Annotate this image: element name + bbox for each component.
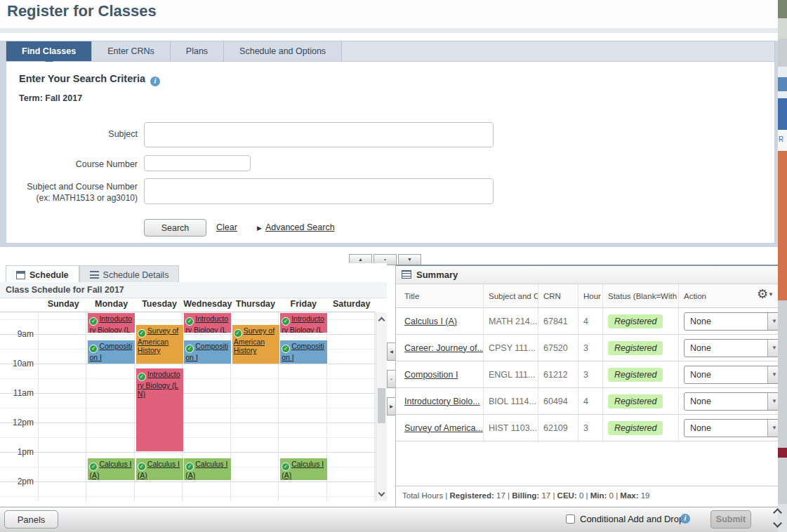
table-row: Calculus I (A)MATH 214...678414Registere… bbox=[396, 308, 778, 335]
course-title-link[interactable]: Career: Journey of... bbox=[404, 343, 483, 353]
crn-cell: 60494 bbox=[538, 388, 578, 414]
summary-icon bbox=[402, 270, 411, 279]
subject-course-input[interactable] bbox=[144, 178, 494, 204]
action-select-value: None bbox=[690, 366, 711, 383]
conditional-add-drop-checkbox[interactable] bbox=[566, 514, 575, 524]
triangle-right-icon: ▶ bbox=[257, 225, 262, 232]
search-button[interactable]: Search bbox=[144, 219, 206, 237]
event-survey-of-american-history[interactable]: ✓Survey of American History bbox=[136, 325, 183, 364]
time-label: 1pm bbox=[0, 447, 34, 457]
subject-course-label: Subject and Course Number bbox=[6, 182, 138, 192]
subject-cell: MATH 214... bbox=[483, 308, 538, 334]
event-calculus-i-a-[interactable]: ✓Calculus I (A) bbox=[184, 458, 231, 480]
action-select[interactable]: None▼ bbox=[684, 366, 781, 384]
schedule-tab-label: Schedule bbox=[29, 270, 69, 280]
summary-header: Summary bbox=[396, 266, 778, 284]
info-icon[interactable]: i bbox=[680, 514, 690, 524]
status-badge: Registered bbox=[608, 368, 663, 382]
event-introductory-biology-ln-[interactable]: ✓Introductory Biology (LN) bbox=[88, 313, 135, 333]
action-select[interactable]: None▼ bbox=[684, 419, 781, 437]
event-survey-of-american-history[interactable]: ✓Survey of American History bbox=[232, 325, 279, 364]
scrollbar-thumb[interactable] bbox=[378, 388, 385, 423]
check-circle-icon: ✓ bbox=[282, 463, 290, 471]
summary-totals: Total Hours | Registered: 17 | Billing: … bbox=[396, 486, 778, 505]
schedule-caption: Class Schedule for Fall 2017 bbox=[0, 282, 387, 298]
event-introductory-biology-ln-[interactable]: ✓Introductory Biology (LN) bbox=[280, 313, 327, 333]
course-title-link[interactable]: Calculus I (A) bbox=[404, 317, 457, 326]
tab-schedule-and-options[interactable]: Schedule and Options bbox=[224, 41, 342, 61]
day-header-thursday: Thursday bbox=[232, 299, 279, 312]
action-cell: None▼ bbox=[678, 308, 781, 334]
event-composition-i[interactable]: ✓Composition I bbox=[280, 340, 327, 364]
title-cell: Composition I bbox=[399, 361, 483, 387]
panel-expand-down-button[interactable]: ▼ bbox=[398, 254, 421, 265]
course-title-link[interactable]: Introductory Biolo... bbox=[404, 397, 480, 406]
crn-cell: 62109 bbox=[538, 415, 578, 441]
title-cell: Survey of America... bbox=[399, 415, 483, 441]
event-calculus-i-a-[interactable]: ✓Calculus I (A) bbox=[88, 458, 135, 480]
subject-cell: BIOL 1114... bbox=[483, 388, 538, 414]
submit-button[interactable]: Submit bbox=[710, 510, 751, 528]
column-header-action: Action bbox=[678, 284, 781, 307]
scroll-down-icon[interactable] bbox=[378, 490, 385, 497]
tab-plans[interactable]: Plans bbox=[171, 41, 224, 61]
tab-schedule-details[interactable]: Schedule Details bbox=[79, 265, 180, 284]
event-introductory-biology-ln-[interactable]: ✓Introductory Biology (LN) bbox=[184, 313, 231, 333]
scroll-up-icon[interactable] bbox=[378, 317, 385, 324]
schedule-scrollbar[interactable] bbox=[376, 312, 387, 501]
totals-label: Registered: bbox=[450, 491, 494, 500]
check-circle-icon: ✓ bbox=[138, 463, 146, 471]
info-icon[interactable]: i bbox=[150, 77, 160, 86]
background-window-sliver bbox=[778, 98, 787, 130]
advanced-search[interactable]: ▶Advanced Search bbox=[257, 222, 335, 232]
event-calculus-i-a-[interactable]: ✓Calculus I (A) bbox=[280, 458, 327, 480]
grid-column bbox=[328, 312, 375, 501]
action-select-value: None bbox=[690, 340, 711, 357]
course-number-input[interactable] bbox=[144, 155, 251, 171]
day-header-row: SundayMondayTuesdayWednesdayThursdayFrid… bbox=[0, 299, 376, 312]
day-header-sunday: Sunday bbox=[39, 299, 87, 312]
event-calculus-i-a-[interactable]: ✓Calculus I (A) bbox=[136, 458, 183, 480]
check-circle-icon: ✓ bbox=[185, 317, 194, 326]
action-select[interactable]: None▼ bbox=[684, 392, 781, 411]
scroll-down-icon[interactable] bbox=[773, 519, 782, 528]
course-number-label: Course Number bbox=[6, 159, 138, 169]
course-title-link[interactable]: Survey of America... bbox=[404, 423, 483, 433]
advanced-search-link[interactable]: Advanced Search bbox=[265, 222, 335, 232]
background-window-sliver bbox=[778, 0, 787, 18]
tab-schedule[interactable]: Schedule bbox=[6, 265, 79, 284]
status-cell: Registered bbox=[602, 361, 678, 387]
panels-button[interactable]: Panels bbox=[4, 510, 58, 528]
status-badge: Registered bbox=[608, 341, 663, 355]
schedule-tab-label: Schedule Details bbox=[103, 270, 169, 280]
scroll-up-icon[interactable] bbox=[773, 508, 782, 517]
subject-input[interactable] bbox=[144, 122, 494, 147]
table-row: Composition IENGL 111...612123Registered… bbox=[396, 361, 778, 388]
time-label: 9am bbox=[0, 329, 34, 339]
totals-label: CEU: bbox=[557, 491, 577, 500]
action-cell: None▼ bbox=[678, 361, 781, 387]
event-composition-i[interactable]: ✓Composition I bbox=[184, 340, 231, 364]
action-select[interactable]: None▼ bbox=[684, 312, 781, 331]
search-criteria-panel: Enter Your Search Criteriai Term: Fall 2… bbox=[6, 62, 775, 244]
table-row: Career: Journey of...CPSY 111...675203Re… bbox=[396, 335, 778, 361]
scroll-arrows bbox=[772, 508, 786, 531]
status-cell: Registered bbox=[602, 335, 678, 361]
event-composition-i[interactable]: ✓Composition I bbox=[88, 340, 135, 364]
tab-find-classes[interactable]: Find Classes bbox=[6, 41, 92, 61]
background-window-sliver bbox=[778, 39, 787, 67]
hours-cell: 3 bbox=[578, 415, 602, 441]
clear-link[interactable]: Clear bbox=[216, 222, 237, 232]
day-header-saturday: Saturday bbox=[328, 299, 376, 312]
subject-cell: ENGL 111... bbox=[483, 361, 538, 387]
grid-column bbox=[0, 312, 39, 501]
schedule-grid: 9am10am11am12pm1pm2pm✓Introductory Biolo… bbox=[0, 312, 376, 501]
action-select[interactable]: None▼ bbox=[684, 339, 781, 357]
totals-label: Billing: bbox=[512, 491, 539, 500]
header-divider bbox=[0, 28, 778, 33]
tab-enter-crns[interactable]: Enter CRNs bbox=[92, 41, 171, 61]
course-title-link[interactable]: Composition I bbox=[404, 370, 458, 380]
search-criteria-heading: Enter Your Search Criteriai bbox=[19, 73, 160, 86]
event-introductory-biology-ln-[interactable]: ✓Introductory Biology (LN) bbox=[136, 368, 183, 451]
subject-label: Subject bbox=[6, 129, 138, 139]
